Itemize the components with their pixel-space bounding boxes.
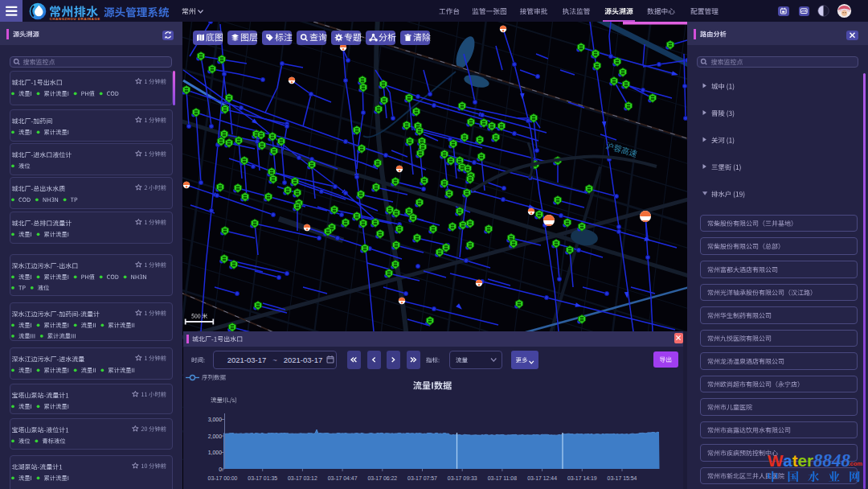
svg-text:03-17 04:47: 03-17 04:47: [328, 475, 358, 481]
svg-text:CHANGZHOU DRAINAGE: CHANGZHOU DRAINAGE: [50, 17, 100, 21]
svg-text:W: W: [768, 451, 784, 470]
svg-text:2021-03-17: 2021-03-17: [227, 355, 267, 364]
svg-text:03-17 12:44: 03-17 12:44: [527, 475, 557, 481]
svg-text:03-17 06:22: 03-17 06:22: [367, 475, 397, 481]
svg-text:a: a: [783, 451, 792, 470]
svg-text:0: 0: [219, 466, 222, 472]
svg-text:03-17 07:57: 03-17 07:57: [407, 475, 437, 481]
svg-text:2,000: 2,000: [208, 434, 222, 439]
svg-text:~: ~: [272, 355, 277, 364]
svg-text:03-17 11:08: 03-17 11:08: [488, 475, 517, 481]
svg-text:1,000: 1,000: [208, 450, 222, 455]
svg-text:e: e: [798, 451, 807, 470]
svg-text:03-17 15:54: 03-17 15:54: [608, 475, 637, 481]
svg-text:8848: 8848: [813, 450, 851, 471]
svg-text:03-17 09:33: 03-17 09:33: [448, 475, 477, 481]
svg-text:3,000: 3,000: [208, 417, 222, 422]
svg-text:r: r: [807, 451, 813, 470]
svg-text:2021-03-17: 2021-03-17: [284, 355, 323, 364]
svg-text:03-17 01:35: 03-17 01:35: [248, 475, 277, 481]
svg-text:03-17 03:12: 03-17 03:12: [288, 475, 317, 481]
svg-text:03-17 00:00: 03-17 00:00: [208, 475, 238, 481]
svg-text:03-17 14:19: 03-17 14:19: [567, 475, 597, 481]
svg-text:.com: .com: [849, 460, 863, 467]
